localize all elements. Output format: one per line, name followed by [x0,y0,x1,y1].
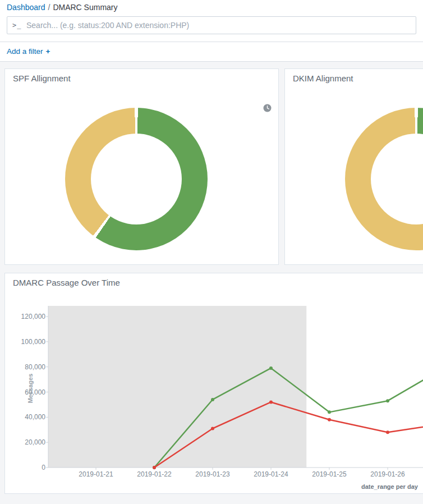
panel-spf-alignment: SPF Allignment [4,68,279,265]
svg-text:100,000: 100,000 [21,338,46,346]
svg-text:2019-01-25: 2019-01-25 [312,470,347,478]
svg-text:date_range per day: date_range per day [361,483,419,490]
panel-title-dkim: DKIM Alignment [285,69,423,83]
svg-text:20,000: 20,000 [25,438,45,446]
donut-hole [371,134,423,224]
dashboard-grid: SPF Allignment DKIM Alignment DMARC Pass… [0,64,423,504]
breadcrumb-dashboard-link[interactable]: Dashboard [7,3,45,12]
search-input[interactable] [7,16,416,34]
svg-text:80,000: 80,000 [25,363,45,371]
svg-text:2019-01-24: 2019-01-24 [254,470,288,478]
breadcrumb-separator: / [48,3,50,12]
svg-text:2019-01-21: 2019-01-21 [79,470,113,478]
plus-icon[interactable]: + [46,47,50,56]
breadcrumb: Dashboard/DMARC Summary [0,0,423,15]
dkim-donut-chart[interactable] [345,108,423,250]
filter-bar: Add a filter+ [0,42,423,62]
svg-text:2019-01-23: 2019-01-23 [195,470,230,478]
dmarc-time-line-chart[interactable]: 020,00040,00060,00080,000100,000120,0002… [5,273,423,494]
svg-text:Messages: Messages [27,374,34,404]
header: Dashboard/DMARC Summary >_ Add a filter+ [0,0,423,62]
panel-title-spf: SPF Allignment [5,69,278,83]
panel-dkim-alignment: DKIM Alignment [284,68,423,265]
spf-donut-chart[interactable] [65,108,208,250]
svg-text:120,000: 120,000 [21,313,46,320]
add-filter-link[interactable]: Add a filter [7,47,43,56]
page-title: DMARC Summary [53,3,117,12]
svg-text:2019-01-22: 2019-01-22 [137,470,172,478]
search-bar-row: >_ [0,15,423,42]
clock-icon[interactable] [263,104,272,112]
donut-hole [91,134,182,224]
svg-text:2019-01-26: 2019-01-26 [370,470,405,478]
panel-dmarc-passage-over-time: DMARC Passage Over Time 020,00040,00060,… [4,273,423,494]
svg-text:0: 0 [42,464,45,471]
svg-text:40,000: 40,000 [25,413,45,421]
